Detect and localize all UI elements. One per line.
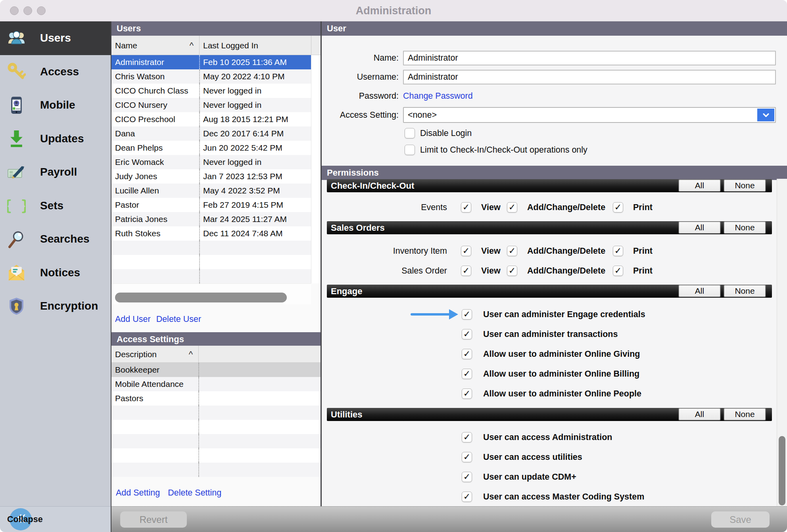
print-checkbox[interactable]: ✓ — [613, 202, 623, 212]
table-row[interactable]: CICO Church ClassNever logged in — [111, 84, 311, 98]
permission-checkbox-label: Allow user to administer Online Billing — [483, 368, 639, 379]
permission-checkbox-label: User can administer transactions — [483, 329, 618, 340]
view-checkbox[interactable]: ✓ — [461, 246, 471, 256]
table-row[interactable]: PastorFeb 27 2019 4:15 PM — [111, 198, 311, 212]
sidebar-item-encryption[interactable]: Encryption — [0, 289, 111, 323]
revert-button[interactable]: Revert — [120, 511, 187, 528]
none-button[interactable]: None — [724, 180, 766, 191]
access-setting-select[interactable]: <none> — [403, 107, 776, 123]
table-row[interactable]: CICO PreschoolAug 18 2015 12:21 PM — [111, 112, 311, 126]
column-header-last-logged-in[interactable]: Last Logged In — [199, 36, 311, 55]
table-row[interactable]: AdministratorFeb 10 2025 11:36 AM — [111, 55, 311, 69]
user-can-administer-transactions-checkbox[interactable]: ✓ — [462, 329, 472, 339]
none-button[interactable]: None — [724, 222, 766, 233]
save-button[interactable]: Save — [711, 511, 770, 528]
allow-user-to-administer-online-giving-checkbox[interactable]: ✓ — [462, 349, 472, 359]
user-can-access-master-coding-system-checkbox[interactable]: ✓ — [462, 492, 472, 502]
key-icon — [6, 61, 27, 82]
user-can-access-administration-checkbox[interactable]: ✓ — [462, 432, 472, 442]
user-name-cell: CICO Nursery — [111, 98, 199, 112]
password-label: Password: — [322, 89, 399, 103]
last-logged-in-cell: Never logged in — [199, 155, 311, 169]
last-logged-in-cell: Dec 20 2017 6:14 PM — [199, 126, 311, 141]
table-row[interactable]: Patricia JonesMar 24 2025 11:27 AM — [111, 212, 311, 226]
delete-user-link[interactable]: Delete User — [156, 313, 202, 325]
sidebar-item-access[interactable]: Access — [0, 55, 111, 89]
print-checkbox[interactable]: ✓ — [613, 266, 623, 276]
user-name-cell: Patricia Jones — [111, 212, 199, 226]
allow-user-to-administer-online-billing-checkbox[interactable]: ✓ — [462, 369, 472, 379]
print-checkbox[interactable]: ✓ — [613, 246, 623, 256]
sidebar-item-updates[interactable]: Updates — [0, 122, 111, 156]
horizontal-scrollbar-thumb[interactable] — [115, 293, 287, 302]
users-table-gutter — [311, 55, 321, 283]
vertical-scrollbar[interactable] — [777, 179, 787, 506]
access-setting-value: <none> — [408, 108, 437, 122]
window-title: Administration — [0, 0, 787, 21]
sidebar-item-searches[interactable]: Searches — [0, 222, 111, 256]
none-button[interactable]: None — [724, 408, 766, 420]
table-row[interactable]: CICO NurseryNever logged in — [111, 98, 311, 112]
none-button[interactable]: None — [724, 285, 766, 297]
all-button[interactable]: All — [679, 180, 720, 191]
view-checkbox-label: View — [481, 265, 501, 276]
all-button[interactable]: All — [679, 285, 720, 297]
allow-user-to-administer-online-people-checkbox[interactable]: ✓ — [462, 388, 472, 399]
add-user-link[interactable]: Add User — [115, 313, 151, 325]
permission-checkbox-label: Allow user to administer Online People — [483, 388, 641, 399]
name-input[interactable] — [403, 51, 776, 65]
all-button[interactable]: All — [679, 222, 720, 233]
sidebar-item-label: Access — [40, 65, 79, 78]
section-title: Sales Orders — [331, 221, 385, 234]
all-button[interactable]: All — [679, 408, 720, 420]
disable-login-option[interactable]: Disable Login — [405, 128, 472, 138]
column-header-name[interactable]: Name^ — [111, 36, 199, 55]
add-change-delete-checkbox[interactable]: ✓ — [507, 202, 517, 212]
table-row[interactable]: Pastors — [111, 391, 321, 406]
horizontal-scrollbar[interactable] — [111, 283, 311, 304]
column-header-description[interactable]: Description^ — [111, 346, 198, 362]
sidebar-item-sets[interactable]: { }Sets — [0, 189, 111, 223]
sort-asc-icon: ^ — [190, 36, 194, 55]
user-name-cell: CICO Church Class — [111, 84, 199, 98]
disable-login-checkbox[interactable] — [405, 128, 415, 138]
sidebar-item-users[interactable]: Users — [0, 21, 111, 55]
empty-row — [111, 448, 321, 463]
limit-cico-option[interactable]: Limit to Check-In/Check-Out operations o… — [405, 145, 587, 155]
table-row[interactable]: Chris WatsonMay 20 2022 4:10 PM — [111, 69, 311, 84]
user-can-access-utilities-checkbox[interactable]: ✓ — [462, 452, 472, 462]
user-can-update-cdm-checkbox[interactable]: ✓ — [462, 472, 472, 482]
table-row[interactable]: Eric WomackNever logged in — [111, 155, 311, 169]
sidebar-item-notices[interactable]: Notices — [0, 256, 111, 290]
sidebar-item-mobile[interactable]: Mobile — [0, 88, 111, 122]
table-row[interactable]: Ruth StokesDec 11 2024 7:48 AM — [111, 226, 311, 241]
chevron-down-icon[interactable] — [757, 109, 774, 121]
users-panel-title: Users — [117, 23, 141, 33]
collapse-label: Collapse — [7, 514, 43, 525]
table-row[interactable]: Judy JonesJan 7 2023 12:53 PM — [111, 169, 311, 184]
name-label: Name: — [322, 51, 399, 65]
table-row[interactable]: DanaDec 20 2017 6:14 PM — [111, 126, 311, 141]
table-row[interactable]: Dean PhelpsJun 20 2022 5:42 PM — [111, 141, 311, 155]
add-change-delete-checkbox[interactable]: ✓ — [507, 266, 517, 276]
vertical-scrollbar-thumb[interactable] — [779, 436, 785, 505]
table-row[interactable]: Mobile Attendance — [111, 377, 321, 391]
change-password-link[interactable]: Change Password — [403, 89, 473, 103]
delete-setting-link[interactable]: Delete Setting — [168, 487, 221, 499]
username-input[interactable] — [403, 70, 776, 84]
permission-checkbox-label: User can access Master Coding System — [483, 491, 644, 502]
user-can-administer-engage-credentials-checkbox[interactable]: ✓ — [462, 309, 472, 320]
view-checkbox[interactable]: ✓ — [461, 266, 471, 276]
section-bar-utilities: UtilitiesAllNone — [327, 408, 772, 421]
add-setting-link[interactable]: Add Setting — [116, 487, 160, 499]
empty-cell — [111, 420, 198, 434]
table-row[interactable]: Lucille AllenMay 4 2022 3:52 PM — [111, 184, 311, 198]
limit-cico-checkbox[interactable] — [405, 145, 415, 155]
add-change-delete-checkbox[interactable]: ✓ — [507, 246, 517, 256]
user-name-cell: CICO Preschool — [111, 112, 199, 126]
user-name-cell: Lucille Allen — [111, 184, 199, 198]
table-row[interactable]: Bookkeeper — [111, 363, 321, 377]
view-checkbox[interactable]: ✓ — [461, 202, 471, 212]
sidebar-item-payroll[interactable]: Payroll — [0, 155, 111, 189]
sidebar-item-label: Payroll — [40, 166, 77, 178]
